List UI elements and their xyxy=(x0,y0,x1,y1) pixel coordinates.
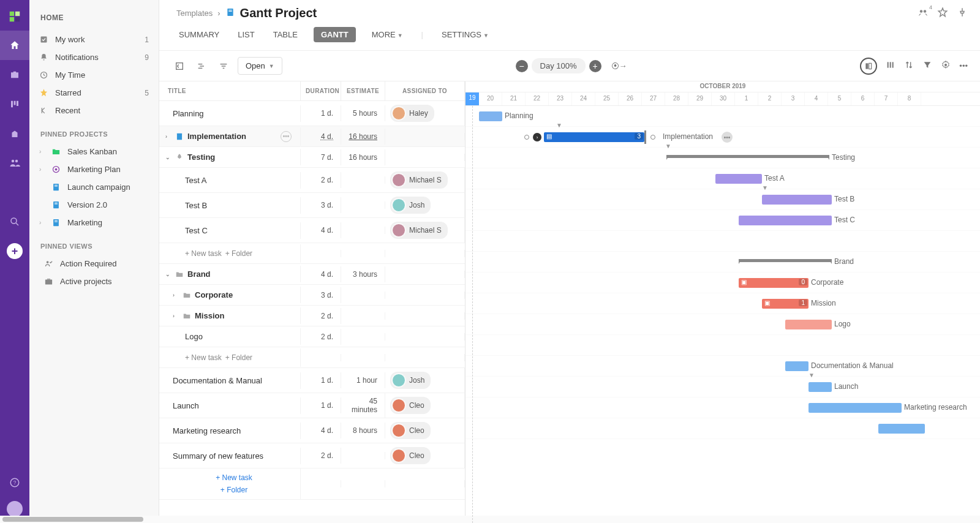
tab-list[interactable]: LIST xyxy=(235,26,257,43)
open-dropdown[interactable]: Open▼ xyxy=(238,57,282,75)
sidebar-recent[interactable]: Recent xyxy=(29,102,159,119)
tab-summary[interactable]: SUMMARY xyxy=(176,26,222,43)
tab-more[interactable]: MORE▼ xyxy=(369,26,405,43)
bar-test-a[interactable] xyxy=(715,174,762,184)
tab-settings[interactable]: SETTINGS▼ xyxy=(439,26,491,43)
share-button[interactable]: 4 xyxy=(918,7,929,20)
chevron-right-icon[interactable]: › xyxy=(165,134,172,140)
bar-brand[interactable] xyxy=(739,259,832,263)
hierarchy-icon[interactable] xyxy=(194,58,209,74)
doc-icon: ▤ xyxy=(546,133,552,140)
row-summary[interactable]: Summary of new features2 d.Cleo xyxy=(159,443,465,468)
svg-rect-33 xyxy=(222,66,226,66)
rail-home[interactable] xyxy=(0,31,29,60)
breadcrumb-root[interactable]: Templates xyxy=(176,9,213,18)
expand-panel-icon[interactable] xyxy=(172,58,187,74)
bar-test-b[interactable] xyxy=(762,195,832,205)
svg-rect-9 xyxy=(42,108,42,113)
bar-docs[interactable] xyxy=(785,361,809,371)
bar-launch[interactable] xyxy=(809,382,832,392)
chevron-right-icon[interactable]: › xyxy=(173,313,179,319)
rail-org[interactable] xyxy=(0,119,29,148)
row-more-icon[interactable]: ••• xyxy=(722,132,733,143)
zoom-label[interactable]: Day 100% xyxy=(532,58,586,73)
today-line xyxy=(472,106,473,523)
sidebar-my-work[interactable]: My work1 xyxy=(29,31,159,48)
new-task-link[interactable]: + New task xyxy=(216,473,252,482)
row-implementation[interactable]: ›Implementation•••4 d.16 hours xyxy=(159,126,465,147)
grid-scrollbar[interactable] xyxy=(159,516,466,523)
bar-research[interactable] xyxy=(809,403,902,413)
new-task-link[interactable]: + New task xyxy=(185,249,222,258)
bar-mission[interactable]: ▣1 xyxy=(762,299,809,309)
new-folder-link[interactable]: + Folder xyxy=(225,353,252,362)
rail-help[interactable]: ? xyxy=(0,468,29,497)
row-mission[interactable]: ›Mission2 d. xyxy=(159,306,465,326)
project-marketing-plan[interactable]: ›Marketing Plan xyxy=(29,160,159,178)
new-folder-link[interactable]: + Folder xyxy=(221,486,247,494)
row-planning[interactable]: Planning1 d.5 hoursHaley xyxy=(159,101,465,126)
rail-work[interactable] xyxy=(0,60,29,89)
project-marketing[interactable]: ›Marketing xyxy=(29,214,159,231)
gear-icon[interactable] xyxy=(941,60,951,72)
filter-icon[interactable] xyxy=(922,60,932,72)
layout-split-icon[interactable] xyxy=(860,58,877,75)
col-duration: DURATION xyxy=(301,81,341,100)
bar-summary-features[interactable] xyxy=(878,424,925,434)
sidebar-my-time[interactable]: My Time xyxy=(29,66,159,84)
tab-table[interactable]: TABLE xyxy=(271,26,300,43)
svg-rect-12 xyxy=(53,184,59,190)
new-task-link[interactable]: + New task xyxy=(185,353,222,362)
sidebar-starred[interactable]: Starred5 xyxy=(29,84,159,102)
user-avatar[interactable] xyxy=(7,501,23,517)
sort-icon[interactable] xyxy=(904,60,914,72)
row-test-b[interactable]: Test B3 d.Josh xyxy=(159,193,465,218)
bar-planning[interactable] xyxy=(479,111,502,121)
bar-testing[interactable] xyxy=(666,155,829,159)
svg-rect-22 xyxy=(45,279,52,284)
bar-logo[interactable] xyxy=(785,320,832,329)
chevron-down-icon[interactable]: ⌄ xyxy=(165,154,172,160)
row-logo[interactable]: Logo2 d. xyxy=(159,326,465,347)
zoom-in-button[interactable]: + xyxy=(589,60,601,72)
row-test-c[interactable]: Test C4 d.Michael S xyxy=(159,218,465,243)
tab-gantt[interactable]: GANTT xyxy=(314,27,356,42)
rail-add[interactable]: + xyxy=(0,236,29,266)
row-corporate[interactable]: ›Corporate3 d. xyxy=(159,285,465,306)
pin-button[interactable] xyxy=(957,7,968,20)
breadcrumb: Templates › Gantt Project xyxy=(176,6,317,20)
view-action-required[interactable]: Action Required xyxy=(29,255,159,273)
project-sales-kanban[interactable]: ›Sales Kanban xyxy=(29,143,159,160)
rail-people[interactable] xyxy=(0,148,29,178)
row-testing[interactable]: ⌄Testing7 d.16 hours xyxy=(159,147,465,168)
dependency-dot[interactable]: › xyxy=(533,133,541,141)
row-docs[interactable]: Documentation & Manual1 d.1 hourJosh xyxy=(159,368,465,393)
row-brand[interactable]: ⌄Brand4 d.3 hours xyxy=(159,264,465,285)
chevron-right-icon[interactable]: › xyxy=(173,292,179,298)
more-icon[interactable]: ••• xyxy=(959,61,968,70)
zoom-out-button[interactable]: − xyxy=(516,60,528,72)
row-add-testing: + New task+ Folder xyxy=(159,243,465,264)
row-launch[interactable]: Launch1 d.45 minutesCleo xyxy=(159,393,465,418)
project-version-2[interactable]: ›Version 2.0 xyxy=(29,196,159,214)
filter-tree-icon[interactable] xyxy=(216,58,232,74)
star-button[interactable] xyxy=(937,7,948,20)
rail-boards[interactable] xyxy=(0,89,29,119)
sidebar-notifications[interactable]: Notifications9 xyxy=(29,48,159,66)
row-research[interactable]: Marketing research4 d.8 hoursCleo xyxy=(159,418,465,443)
rail-search[interactable] xyxy=(0,207,29,236)
new-folder-link[interactable]: + Folder xyxy=(225,249,252,258)
bar-implementation[interactable]: ▤3 xyxy=(544,132,644,142)
bar-corporate[interactable]: ▣0 xyxy=(739,278,809,288)
bar-test-c[interactable] xyxy=(739,216,832,225)
svg-rect-35 xyxy=(866,63,869,69)
chevron-down-icon[interactable]: ⌄ xyxy=(165,271,172,277)
columns-icon[interactable] xyxy=(886,60,895,72)
svg-point-4 xyxy=(11,218,17,224)
project-launch-campaign[interactable]: ›Launch campaign xyxy=(29,178,159,196)
view-active-projects[interactable]: Active projects xyxy=(29,273,159,290)
rail-magic[interactable] xyxy=(0,178,29,207)
scroll-to-today-icon[interactable]: ⦿→ xyxy=(611,58,627,74)
row-test-a[interactable]: Test A2 d.Michael S xyxy=(159,168,465,193)
row-more-icon[interactable]: ••• xyxy=(281,131,292,142)
